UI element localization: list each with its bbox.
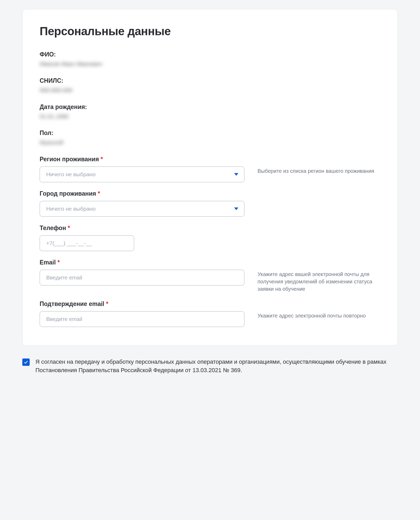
email-confirm-hint: Укажите адрес электронной почты повторно [258,300,380,319]
snils-value: 000-000-000 [40,86,380,95]
chevron-down-icon [234,207,238,210]
consent-checkbox[interactable] [22,358,30,366]
gender-value: Мужской [40,139,380,147]
snils-label: СНИЛС: [40,77,380,84]
email-confirm-label: Подтверждение email * [40,300,244,308]
check-icon [24,360,28,365]
region-hint: Выберите из списка регион вашего прожива… [258,156,380,175]
email-input[interactable] [40,270,244,285]
ro-field-snils: СНИЛС: 000-000-000 [40,77,380,95]
fio-label: ФИО: [40,51,380,58]
fio-value: Иванов Иван Иванович [40,60,380,68]
dob-value: 01.01.1990 [40,113,380,121]
consent-row: Я согласен на передачу и обработку персо… [22,358,398,375]
chevron-down-icon [234,173,238,176]
personal-data-card: Персональные данные ФИО: Иванов Иван Ива… [22,9,398,346]
dob-label: Дата рождения: [40,103,380,111]
consent-text: Я согласен на передачу и обработку персо… [35,358,398,375]
city-select[interactable]: Ничего не выбрано [40,201,244,217]
region-label: Регион проживания * [40,156,244,163]
email-label: Email * [40,259,244,266]
ro-field-fio: ФИО: Иванов Иван Иванович [40,51,380,68]
gender-label: Пол: [40,129,380,137]
email-hint: Укажите адрес вашей электронной почты дл… [258,259,380,293]
ro-field-gender: Пол: Мужской [40,129,380,147]
phone-label: Телефон * [40,225,134,232]
page-title: Персональные данные [40,25,380,38]
region-select-placeholder: Ничего не выбрано [46,171,96,178]
city-label: Город проживания * [40,190,244,197]
region-select[interactable]: Ничего не выбрано [40,167,244,182]
email-confirm-input[interactable] [40,311,244,327]
city-select-placeholder: Ничего не выбрано [46,206,96,212]
ro-field-dob: Дата рождения: 01.01.1990 [40,103,380,121]
phone-input[interactable] [40,235,134,251]
